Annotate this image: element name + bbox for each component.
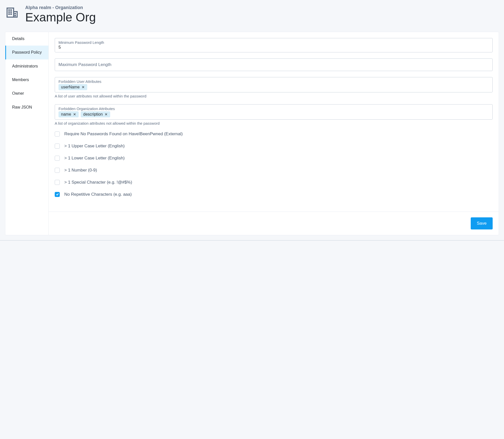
check-row: > 1 Lower Case Letter (English) [55, 156, 493, 161]
checkbox[interactable] [55, 131, 60, 137]
check-label: > 1 Special Character (e.g. !@#$%) [64, 180, 132, 185]
svg-rect-4 [9, 12, 10, 13]
forbidden-user-tag: userName✕ [58, 84, 87, 90]
remove-tag-icon[interactable]: ✕ [105, 112, 108, 116]
checkbox[interactable] [55, 144, 60, 149]
content-area: Minimum Password Length Maximum Password… [49, 32, 499, 235]
forbidden-user-attributes-help: A list of user attributes not allowed wi… [55, 94, 493, 98]
sidebar-item-administrators[interactable]: Administrators [5, 59, 48, 73]
svg-rect-3 [11, 10, 12, 11]
sidebar-item-details[interactable]: Details [5, 32, 48, 46]
sidebar-item-password-policy[interactable]: Password Policy [5, 46, 48, 59]
checkbox[interactable] [55, 192, 60, 197]
svg-rect-2 [9, 10, 10, 11]
check-label: No Repetitive Characters (e.g. aaa) [64, 192, 132, 197]
min-password-length-input[interactable] [58, 45, 489, 50]
check-row: No Repetitive Characters (e.g. aaa) [55, 192, 493, 197]
check-label: > 1 Upper Case Letter (English) [64, 144, 125, 149]
organization-icon [6, 5, 18, 20]
sidebar-item-raw-json[interactable]: Raw JSON [5, 100, 48, 114]
tag-label: name [61, 112, 71, 117]
min-password-length-field[interactable]: Minimum Password Length [55, 38, 493, 52]
check-label: Require No Passwords Found on HaveIBeenP… [64, 131, 183, 137]
svg-rect-6 [9, 14, 10, 15]
checkbox[interactable] [55, 156, 60, 161]
check-row: > 1 Special Character (e.g. !@#$%) [55, 180, 493, 185]
forbidden-user-attributes-field[interactable]: Forbidden User Attributes userName✕ [55, 77, 493, 92]
min-password-length-label: Minimum Password Length [58, 40, 489, 45]
sidebar-item-owner[interactable]: Owner [5, 87, 48, 100]
forbidden-org-attributes-help: A list of organization attributes not al… [55, 121, 493, 125]
page-title: Example Org [25, 11, 96, 24]
bottom-divider [0, 240, 504, 241]
page-header: Alpha realm - Organization Example Org [0, 3, 504, 32]
forbidden-user-attributes-label: Forbidden User Attributes [58, 79, 489, 84]
check-label: > 1 Lower Case Letter (English) [64, 156, 125, 161]
checkbox[interactable] [55, 180, 60, 185]
max-password-length-field[interactable]: Maximum Password Length [55, 58, 493, 71]
tag-label: description [83, 112, 103, 117]
tag-label: userName [61, 85, 80, 89]
checkbox[interactable] [55, 168, 60, 173]
svg-rect-5 [11, 12, 12, 13]
breadcrumb: Alpha realm - Organization [25, 5, 96, 10]
check-row: > 1 Number (0-9) [55, 168, 493, 173]
forbidden-org-attributes-label: Forbidden Organization Attributes [58, 107, 489, 111]
sidebar-item-members[interactable]: Members [5, 73, 48, 87]
svg-rect-7 [11, 14, 12, 15]
forbidden-org-attributes-field[interactable]: Forbidden Organization Attributes name✕d… [55, 104, 493, 120]
check-row: Require No Passwords Found on HaveIBeenP… [55, 131, 493, 137]
sidebar: DetailsPassword PolicyAdministratorsMemb… [5, 32, 49, 235]
remove-tag-icon[interactable]: ✕ [73, 112, 76, 116]
svg-rect-9 [15, 15, 16, 16]
form-footer: Save [49, 212, 499, 235]
svg-rect-8 [15, 13, 16, 14]
check-label: > 1 Number (0-9) [64, 168, 97, 173]
forbidden-org-tag: name✕ [58, 111, 79, 117]
main-panel: DetailsPassword PolicyAdministratorsMemb… [5, 32, 499, 235]
remove-tag-icon[interactable]: ✕ [82, 85, 85, 89]
save-button[interactable]: Save [471, 217, 493, 229]
forbidden-org-tag: description✕ [81, 111, 110, 117]
check-row: > 1 Upper Case Letter (English) [55, 144, 493, 149]
max-password-length-label: Maximum Password Length [58, 62, 111, 67]
